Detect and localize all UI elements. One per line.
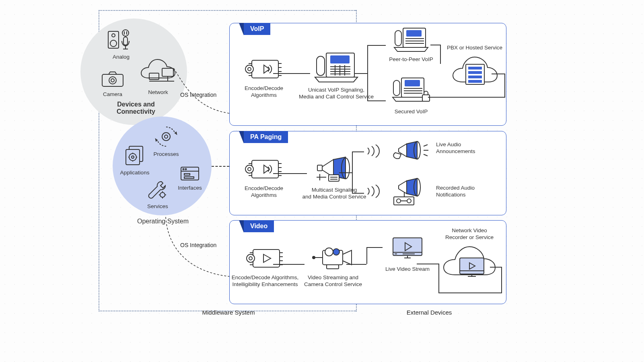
svg-point-1 (112, 34, 115, 37)
camera-node: Camera (97, 70, 129, 98)
recorded-audio-node (386, 176, 434, 210)
live-audio-node (386, 137, 434, 164)
svg-rect-124 (460, 258, 484, 274)
os-to-pa-connector (212, 166, 229, 167)
svg-rect-87 (317, 165, 322, 171)
video-conn-4 (366, 247, 383, 248)
soundwave-2 (365, 184, 382, 198)
interfaces-node: Interfaces (174, 166, 206, 192)
svg-point-17 (165, 135, 168, 138)
svg-point-32 (160, 192, 165, 197)
svg-point-113 (325, 248, 333, 256)
sec-pbx-conn-1 (428, 97, 505, 98)
video-conn-3 (366, 247, 367, 264)
svg-point-11 (111, 79, 114, 82)
video-nvr-conn-2 (438, 264, 439, 292)
speaker-mic-icon (107, 28, 135, 51)
peer-pbx-conn-v (440, 45, 441, 64)
architecture-diagram: Middleware System External Devices Analo… (0, 0, 644, 362)
os-integration-top-label: OS Integration (180, 92, 216, 98)
cloud-monitor-icon (441, 243, 498, 282)
soundwave-1 (365, 144, 382, 158)
svg-rect-50 (317, 56, 325, 76)
secured-voip-node: Secured VoIP (387, 77, 435, 115)
svg-rect-115 (327, 265, 339, 269)
recorder-megaphone-icon (392, 176, 428, 208)
middleware-system-label: Middleware System (176, 309, 281, 316)
svg-point-110 (247, 254, 255, 262)
svg-rect-30 (184, 174, 190, 175)
live-video-node: Live Video Stream (381, 235, 434, 273)
svg-point-10 (109, 77, 116, 84)
voip-conn-1 (273, 73, 310, 74)
sec-pbx-conn-3 (492, 74, 505, 74)
encode-chip-icon (245, 56, 283, 82)
megaphone-icon (314, 152, 354, 184)
svg-rect-19 (126, 149, 140, 165)
svg-rect-31 (184, 177, 194, 178)
svg-point-29 (185, 169, 187, 170)
svg-rect-59 (406, 30, 422, 37)
cloud-network-icon (139, 57, 177, 86)
pa-conn-2b (339, 172, 352, 173)
voip-conn-2 (354, 73, 367, 74)
desk-phone-icon (314, 52, 358, 84)
svg-point-6 (122, 30, 129, 36)
services-wrench-icon (148, 180, 168, 200)
monitor-play-icon (391, 235, 424, 263)
voip-encode-node: Encode/Decode Algorithms (234, 56, 294, 99)
processes-gear-icon (155, 125, 177, 148)
pa-badge: PA Paging (244, 131, 288, 143)
video-nvr-conn-1 (417, 264, 438, 264)
encode-play-chip-icon (246, 245, 284, 271)
encode-chip-icon-2 (245, 156, 283, 182)
applications-node: Applications (117, 144, 153, 176)
pa-conn-2 (352, 151, 353, 194)
video-nvr-conn-3 (438, 292, 502, 293)
svg-rect-75 (468, 80, 482, 83)
interfaces-icon (180, 166, 200, 182)
voip-signaling-node: Unicast VoIP Signaling, Media and Call C… (298, 52, 374, 100)
os-integration-curve-bottom (166, 217, 233, 281)
svg-rect-66 (393, 80, 400, 96)
external-devices-label: External Devices (377, 309, 481, 316)
svg-point-28 (183, 169, 184, 170)
live-audio-label: Live Audio Announcements (436, 140, 488, 155)
svg-rect-118 (393, 238, 422, 256)
peer-pbx-conn-h (430, 45, 441, 45)
svg-point-114 (333, 249, 339, 255)
recorded-audio-label: Recorded Audio Notifications (436, 183, 492, 198)
hand-megaphone-icon (392, 137, 428, 162)
cloud-server-icon (451, 54, 499, 89)
svg-rect-72 (468, 67, 482, 70)
devices-connectivity-title: Devices and Connectivity (112, 101, 160, 115)
video-nvr-conn-5 (490, 267, 502, 268)
svg-rect-89 (329, 175, 339, 181)
svg-rect-65 (405, 80, 420, 86)
pa-conn-1 (273, 173, 307, 174)
svg-rect-73 (468, 71, 482, 74)
services-node: Services (142, 180, 174, 210)
video-conn-1 (273, 264, 305, 265)
desk-phone-lock-icon (392, 77, 430, 105)
voip-conn-3 (367, 45, 368, 101)
svg-point-117 (313, 256, 315, 259)
peer-voip-node: Peer-to-Peer VoIP (387, 27, 435, 63)
sec-pbx-conn-2 (504, 74, 505, 97)
pbx-node: PBX or Hosted Service (438, 43, 511, 91)
svg-rect-9 (102, 74, 123, 86)
svg-rect-13 (162, 68, 173, 76)
svg-point-16 (162, 133, 170, 141)
nvr-node: Network Video Recorder or Service (435, 226, 504, 284)
pa-conn-4 (352, 193, 364, 194)
video-camera-svc-node: Video Streaming and Camera Control Servi… (299, 244, 367, 288)
svg-point-46 (245, 65, 253, 73)
voip-conn-4 (367, 45, 386, 46)
svg-rect-70 (422, 95, 430, 101)
processes-node: Processes (150, 125, 182, 158)
video-conn-2 (346, 264, 366, 265)
applications-icon (123, 144, 146, 166)
video-badge: Video (244, 220, 274, 232)
video-nvr-conn-4 (501, 267, 502, 292)
svg-point-2 (110, 40, 117, 47)
